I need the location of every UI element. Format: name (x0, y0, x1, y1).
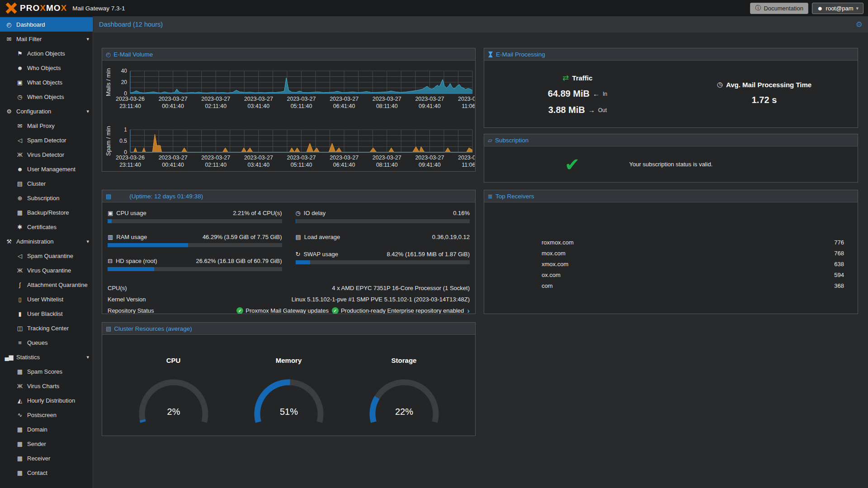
svg-text:2023-03-26: 2023-03-26 (116, 96, 145, 102)
arrow-right-icon: → (588, 106, 595, 114)
sidebar-item-label: User Blacklist (27, 310, 63, 317)
svg-text:2023-03-27: 2023-03-27 (458, 155, 475, 161)
spam-per-min-chart: 00.51Spam / min2023-03-2623:11:402023-03… (104, 126, 475, 169)
sidebar-item-who-objects[interactable]: ☻Who Objects (0, 61, 93, 75)
cluster-resources-panel: ▤ Cluster Resources (average) CPU2%Memor… (102, 322, 476, 436)
stat-ram-usage: ▥RAM usage46.29% (3.59 GiB of 7.75 GiB) (108, 234, 282, 247)
sidebar-item-when-objects[interactable]: ◷When Objects (0, 89, 93, 104)
sidebar-item-user-whitelist[interactable]: ▯User Whitelist (0, 292, 93, 306)
sidebar-item-label: Certificates (27, 224, 57, 230)
users-icon: ☻ (15, 166, 24, 173)
sidebar-item-postscreen[interactable]: ∿Postscreen (0, 408, 93, 422)
sidebar-item-dashboard[interactable]: ◴Dashboard (0, 17, 93, 32)
sidebar-item-label: Attachment Quarantine (27, 282, 88, 288)
chevron-down-icon: ▾ (86, 239, 89, 244)
sidebar-item-virus-quarantine[interactable]: ЖVirus Quarantine (0, 263, 93, 277)
receiver-domain: roxmox.com (542, 239, 574, 246)
sidebar-item-mail-proxy[interactable]: ✉Mail Proxy (0, 118, 93, 133)
sidebar-item-spam-detector[interactable]: ◁Spam Detector (0, 133, 93, 147)
chevron-right-icon[interactable]: › (467, 307, 470, 314)
sidebar-item-backup-restore[interactable]: ▦Backup/Restore (0, 205, 93, 220)
sidebar-item-label: Virus Charts (27, 383, 59, 389)
table-icon: ▦ (15, 368, 24, 375)
traffic-in-row: 64.89 MiB ← In (548, 89, 607, 99)
email-volume-panel: ◴ E-Mail Volume 02040Mails / min2023-03-… (102, 48, 476, 172)
cpu-icon: ▣ (108, 210, 113, 216)
hourglass-icon (488, 51, 493, 58)
gauge-arc: 22% (361, 371, 447, 425)
gauge-title: CPU (166, 357, 181, 364)
sidebar-item-virus-charts[interactable]: ЖVirus Charts (0, 379, 93, 393)
stat-label: IO delay (304, 210, 326, 216)
svg-text:2023-03-27: 2023-03-27 (159, 155, 188, 161)
svg-text:2023-03-27: 2023-03-27 (330, 155, 359, 161)
sidebar-item-spam-scores[interactable]: ▦Spam Scores (0, 364, 93, 379)
area-chart-icon: ◭ (15, 397, 24, 404)
receiver-domain: com (542, 282, 553, 289)
gear-icon[interactable]: ⚙ (856, 20, 863, 29)
svg-text:23:11:40: 23:11:40 (119, 162, 141, 168)
svg-text:Mails / min: Mails / min (105, 68, 112, 96)
subscription-panel: ▱ Subscription ✔ Your subscription statu… (484, 134, 858, 183)
sidebar-item-statistics[interactable]: ▄▆Statistics▾ (0, 350, 93, 364)
sidebar-item-configuration[interactable]: ⚙Configuration▾ (0, 104, 93, 118)
bar-chart-icon: ▄▆ (5, 354, 14, 361)
sidebar-item-action-objects[interactable]: ⚑Action Objects (0, 46, 93, 61)
sidebar-item-label: Virus Quarantine (27, 267, 71, 274)
sidebar-item-spam-quarantine[interactable]: ◁Spam Quarantine (0, 249, 93, 263)
svg-text:2023-03-27: 2023-03-27 (458, 96, 475, 102)
sidebar-item-label: Spam Scores (27, 368, 62, 375)
sidebar-item-user-blacklist[interactable]: ▮User Blacklist (0, 306, 93, 321)
sidebar-item-user-management[interactable]: ☻User Management (0, 162, 93, 176)
receiver-row[interactable]: com368 (484, 280, 858, 291)
sidebar-item-label: Statistics (16, 354, 40, 361)
sidebar-item-label: Who Objects (27, 65, 61, 71)
topbar: PROXMOX Mail Gateway 7.3-1 ⓘ Documentati… (0, 0, 868, 16)
chevron-down-icon: ▾ (86, 108, 89, 114)
sidebar-item-receiver[interactable]: ▦Receiver (0, 451, 93, 465)
documentation-button[interactable]: ⓘ Documentation (750, 3, 808, 14)
user-menu-button[interactable]: ☻ root@pam ▾ (812, 3, 863, 14)
node-status-header: ▤ (Uptime: 12 days 01:49:38) (102, 190, 475, 202)
sidebar-item-administration[interactable]: ⚒Administration▾ (0, 234, 93, 249)
receiver-row[interactable]: mox.com768 (484, 248, 858, 258)
svg-text:Spam / min: Spam / min (105, 126, 112, 156)
receiver-row[interactable]: roxmox.com776 (484, 237, 858, 248)
svg-text:23:11:40: 23:11:40 (119, 103, 141, 109)
sidebar-item-attachment-quarantine[interactable]: ∫Attachment Quarantine (0, 277, 93, 292)
sidebar-item-contact[interactable]: ▦Contact (0, 465, 93, 480)
sidebar-item-virus-detector[interactable]: ЖVirus Detector (0, 147, 93, 162)
receiver-row[interactable]: xmox.com638 (484, 258, 858, 269)
svg-text:2023-03-27: 2023-03-27 (201, 96, 230, 102)
email-processing-header: E-Mail Processing (484, 48, 858, 61)
sidebar-item-certificates[interactable]: ✱Certificates (0, 220, 93, 234)
svg-text:20: 20 (121, 79, 127, 85)
svg-text:05:11:40: 05:11:40 (291, 103, 312, 109)
sidebar-item-label: What Objects (27, 79, 62, 86)
email-processing-panel: E-Mail Processing ⇄ Traffic 64.89 MiB ← … (484, 48, 858, 128)
svg-text:02:11:40: 02:11:40 (205, 162, 226, 168)
wrench-icon: ⚒ (5, 238, 14, 245)
sidebar-item-sender[interactable]: ▦Sender (0, 436, 93, 451)
sidebar-item-subscription[interactable]: ⊕Subscription (0, 191, 93, 205)
gauge-storage: Storage22% (352, 357, 456, 425)
stat-cpu-usage: ▣CPU usage2.21% of 4 CPU(s) (108, 210, 282, 223)
sidebar-item-label: Spam Detector (27, 137, 66, 144)
sidebar-item-hourly-distribution[interactable]: ◭Hourly Distribution (0, 393, 93, 408)
stat-progressbar (108, 219, 282, 223)
sidebar-item-label: Cluster (27, 180, 46, 187)
sidebar-item-what-objects[interactable]: ▣What Objects (0, 75, 93, 89)
sidebar-item-queues[interactable]: ≡Queues (0, 335, 93, 350)
svg-text:00:41:40: 00:41:40 (162, 103, 184, 109)
svg-text:03:41:40: 03:41:40 (248, 162, 270, 168)
avg-processing-value: 1.72 s (752, 95, 777, 105)
uptime-title: (Uptime: 12 days 01:49:38) (129, 193, 203, 200)
server-stack-icon: ▤ (15, 180, 24, 187)
sidebar-item-tracking-center[interactable]: ◫Tracking Center (0, 321, 93, 335)
floppy-icon: ▦ (15, 209, 24, 216)
sidebar-item-cluster[interactable]: ▤Cluster (0, 176, 93, 191)
receiver-row[interactable]: ox.com594 (484, 269, 858, 280)
stat-value: 0.16% (453, 210, 470, 216)
sidebar-item-mail-filter[interactable]: ✉Mail Filter▾ (0, 32, 93, 46)
sidebar-item-domain[interactable]: ▦Domain (0, 422, 93, 436)
